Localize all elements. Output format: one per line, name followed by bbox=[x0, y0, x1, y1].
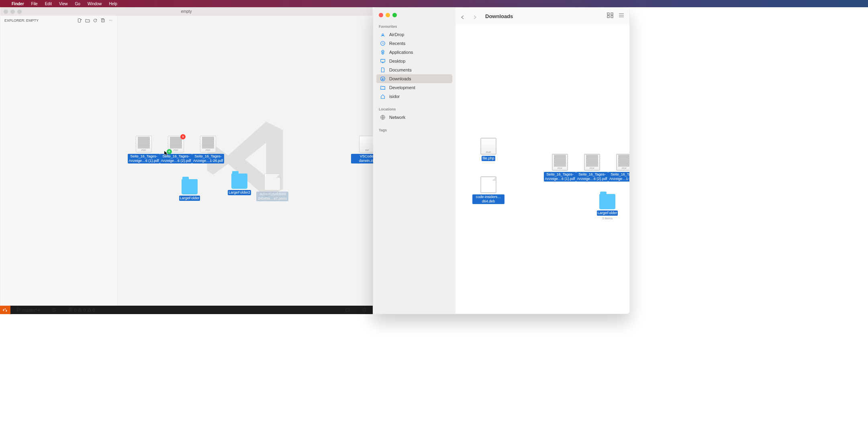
sidebar-item-applications[interactable]: Applications bbox=[376, 48, 452, 57]
clock-icon bbox=[380, 40, 386, 47]
dragged-file-pdf3[interactable]: PDF Seite_16_Tages-Anzeige…1-26.pdf bbox=[192, 136, 224, 163]
finder-window[interactable]: Favourites AirDrop Recents Applications … bbox=[373, 7, 630, 314]
sidebar-item-label: Desktop bbox=[389, 59, 405, 63]
sidebar-item-home[interactable]: isidor bbox=[376, 92, 452, 101]
view-icon-grid-icon[interactable] bbox=[607, 12, 613, 20]
sidebar-item-desktop[interactable]: Desktop bbox=[376, 57, 452, 65]
branch-name: master*+ bbox=[22, 308, 40, 312]
menu-file[interactable]: File bbox=[28, 2, 41, 6]
status-bell[interactable] bbox=[359, 306, 370, 315]
folder-icon bbox=[380, 84, 386, 91]
file-label: .4dbe4f254fd669 24b49a…a7.parts bbox=[256, 192, 288, 201]
sidebar-item-airdrop[interactable]: AirDrop bbox=[376, 30, 452, 39]
warning-count: 0 bbox=[93, 308, 95, 312]
sidebar-item-label: AirDrop bbox=[389, 32, 404, 37]
nav-back-button[interactable] bbox=[460, 14, 464, 18]
finder-nav bbox=[460, 14, 476, 18]
folder-icon bbox=[231, 174, 247, 189]
dragged-file-pdf1[interactable]: PDF Seite_16_Tages-Anzeige…6 (1).pdf bbox=[128, 136, 160, 163]
folder-icon bbox=[182, 179, 198, 194]
window-close-button[interactable] bbox=[379, 13, 383, 17]
menu-go[interactable]: Go bbox=[71, 2, 84, 6]
drag-overlay: PDF Seite_16_Tages-Anzeige…6 (1).pdf PDF… bbox=[0, 7, 373, 306]
file-pdf2[interactable]: PDF Seite_16_Tages-Anzeige…6 (2).pdf bbox=[576, 154, 608, 182]
sidebar-item-label: isidor bbox=[389, 94, 400, 99]
finder-traffic-lights bbox=[373, 11, 455, 19]
pdf-thumb-icon: PDF bbox=[616, 154, 630, 171]
sidebar-item-label: Downloads bbox=[389, 76, 411, 81]
window-maximize-button[interactable] bbox=[392, 13, 397, 17]
menu-window[interactable]: Window bbox=[84, 2, 106, 6]
pdf-thumb-icon: PDF bbox=[200, 136, 216, 153]
svg-rect-13 bbox=[607, 16, 609, 18]
sidebar-section-locations: Locations bbox=[379, 107, 455, 111]
error-count: 0 bbox=[74, 308, 76, 312]
file-deb[interactable]: code-insiders…d64.deb bbox=[472, 176, 504, 204]
status-feedback[interactable] bbox=[342, 306, 353, 315]
file-pdf3[interactable]: PDF Seite_16_Tages-Anzeige…1-26.pdf bbox=[608, 154, 630, 182]
document-icon bbox=[380, 67, 386, 73]
sidebar-item-downloads[interactable]: Downloads bbox=[376, 74, 452, 83]
error-count-2: 0 bbox=[83, 308, 86, 312]
pdf-thumb-icon: PDF + 9 bbox=[168, 136, 184, 153]
pdf-thumb-icon: PDF bbox=[584, 154, 600, 171]
status-branch[interactable]: master*+ bbox=[14, 306, 43, 315]
menu-app-name[interactable]: Finder bbox=[8, 2, 28, 6]
airdrop-icon bbox=[380, 31, 386, 38]
generic-file-icon bbox=[264, 174, 280, 190]
sidebar-item-documents[interactable]: Documents bbox=[376, 65, 452, 74]
finder-main-area: Downloads PHP file.php code-insiders…d64… bbox=[455, 8, 629, 314]
status-problems[interactable]: 0 0 0 bbox=[65, 306, 98, 315]
sidebar-section-tags: Tags bbox=[379, 128, 455, 132]
finder-sidebar: Favourites AirDrop Recents Applications … bbox=[373, 8, 455, 314]
file-label: file.php bbox=[482, 156, 495, 161]
dragged-file-pdf2[interactable]: PDF + 9 Seite_16_Tages-Anzeige…6 (2).pdf bbox=[160, 136, 192, 163]
desktop-icon bbox=[380, 58, 386, 64]
file-label: LargeFolder2 bbox=[228, 190, 251, 195]
vscode-statusbar: master*+ 0 0 0 bbox=[0, 306, 373, 314]
file-subtitle: 3 items bbox=[602, 216, 613, 220]
pdf-thumb-icon: PDF bbox=[136, 136, 152, 153]
svg-rect-11 bbox=[607, 13, 609, 15]
dragged-folder-largefolder[interactable]: LargeFolder bbox=[174, 179, 206, 201]
nav-forward-button[interactable] bbox=[472, 14, 476, 18]
menu-help[interactable]: Help bbox=[105, 2, 121, 6]
remote-indicator[interactable] bbox=[0, 306, 10, 314]
pdf-thumb-icon: PDF bbox=[552, 154, 568, 171]
finder-window-title: Downloads bbox=[485, 13, 513, 19]
finder-content-area[interactable]: PHP file.php code-insiders…d64.deb PDF S… bbox=[455, 25, 629, 314]
file-label: Seite_16_Tages-Anzeige…6 (2).pdf bbox=[160, 154, 192, 163]
finder-view-controls bbox=[607, 12, 625, 20]
macos-menubar: Finder File Edit View Go Window Help bbox=[0, 0, 868, 7]
sidebar-item-network[interactable]: Network bbox=[376, 113, 452, 122]
file-pdf1[interactable]: PDF Seite_16_Tages-Anzeige…6 (1).pdf bbox=[544, 154, 576, 182]
dragged-file-parts[interactable]: .4dbe4f254fd669 24b49a…a7.parts bbox=[256, 174, 288, 201]
folder-largefolder[interactable]: LargeFolder 3 items bbox=[591, 194, 623, 220]
menu-edit[interactable]: Edit bbox=[41, 2, 55, 6]
file-label: code-insiders…d64.deb bbox=[472, 194, 504, 204]
file-label: Seite_16_Tages-Anzeige…6 (1).pdf bbox=[128, 154, 160, 163]
home-icon bbox=[380, 93, 386, 100]
window-minimize-button[interactable] bbox=[386, 13, 390, 17]
sidebar-item-recents[interactable]: Recents bbox=[376, 39, 452, 48]
file-label: Seite_16_Tages-Anzeige…6 (2).pdf bbox=[576, 172, 608, 182]
sidebar-item-label: Documents bbox=[389, 67, 412, 72]
sidebar-item-label: Applications bbox=[389, 50, 413, 55]
view-list-icon[interactable] bbox=[618, 12, 625, 20]
svg-point-2 bbox=[17, 308, 18, 309]
dragged-folder-largefolder2[interactable]: LargeFolder2 bbox=[223, 174, 255, 195]
sidebar-item-label: Network bbox=[389, 115, 405, 120]
menu-view[interactable]: View bbox=[55, 2, 71, 6]
file-php[interactable]: PHP file.php bbox=[472, 138, 504, 161]
sidebar-item-label: Recents bbox=[389, 41, 405, 46]
sidebar-item-label: Development bbox=[389, 85, 415, 90]
svg-point-3 bbox=[17, 310, 18, 312]
sidebar-item-development[interactable]: Development bbox=[376, 83, 452, 92]
php-file-icon: PHP bbox=[480, 138, 496, 155]
status-sync[interactable] bbox=[49, 306, 59, 315]
file-label: LargeFolder bbox=[597, 210, 618, 216]
generic-file-icon bbox=[480, 176, 496, 193]
svg-rect-14 bbox=[611, 16, 613, 18]
folder-icon bbox=[599, 194, 615, 209]
sidebar-section-favourites: Favourites bbox=[379, 25, 455, 29]
